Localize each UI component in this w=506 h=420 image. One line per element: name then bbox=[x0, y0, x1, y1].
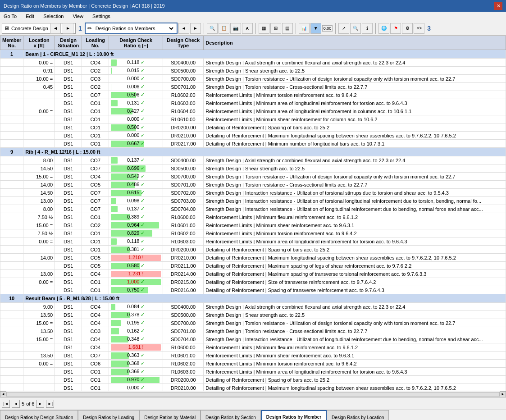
cell-ratio: 0.381 ✓ bbox=[109, 246, 163, 254]
menu-edit[interactable]: Edit bbox=[24, 13, 36, 20]
cell-location bbox=[23, 123, 55, 132]
cell-member bbox=[0, 360, 23, 368]
table-row[interactable]: 14.00 DS1 CO5 0.486 ✓ SD0701.00 Strength… bbox=[0, 181, 506, 189]
table-row[interactable]: 13.00 DS1 CO4 1.231 ! DR0214.00 Detailin… bbox=[0, 270, 506, 278]
tab-section[interactable]: Design Ratios by Section bbox=[201, 410, 261, 420]
table-row[interactable]: DS1 CO1 0.366 ✓ RL0603.00 Reinforcement … bbox=[0, 368, 506, 376]
copy-button[interactable]: 📋 bbox=[219, 23, 229, 34]
table-row[interactable]: DS1 CO1 0.750 ✓ DR0216.00 Detailing of R… bbox=[0, 286, 506, 294]
table-row[interactable]: 14.00 DS1 CO5 1.210 ! DR0210.00 Detailin… bbox=[0, 254, 506, 262]
table-row[interactable]: DS1 CO5 0.580 ✓ DR0211.00 Detailing of R… bbox=[0, 262, 506, 270]
camera-button[interactable]: 📷 bbox=[230, 23, 241, 34]
table-row[interactable]: 8.00 DS1 CO7 0.137 ✓ SD0704.00 Strength … bbox=[0, 205, 506, 213]
cell-loading: CO4 bbox=[82, 270, 109, 278]
table-row[interactable]: 0.45 DS1 CO2 0.006 ✓ SD0701.00 Strength … bbox=[0, 83, 506, 91]
cell-ratio: 1.231 ! bbox=[109, 270, 163, 278]
grid-button[interactable]: ⊞ bbox=[270, 23, 281, 34]
cell-location: 7.50 ½ bbox=[23, 229, 55, 237]
table-row[interactable]: 8.00 DS1 CO7 0.137 ✓ SD0400.00 Strength … bbox=[0, 156, 506, 164]
cell-description: Strength Design | Interaction resistance… bbox=[204, 197, 506, 205]
table-row[interactable]: DS1 CO1 0.131 ✓ RL0603.00 Reinforcement … bbox=[0, 99, 506, 107]
globe-button[interactable]: 🌐 bbox=[378, 23, 389, 34]
prev-view-button[interactable]: ◄ bbox=[50, 23, 61, 34]
tab-loading[interactable]: Design Ratios by Loading bbox=[78, 410, 139, 420]
table-row[interactable]: DS1 CO1 0.000 ✓ DR0210.00 Detailing of R… bbox=[0, 132, 506, 140]
table-row[interactable]: DS1 CO1 0.000 ✓ DR0210.00 Detailing of R… bbox=[0, 384, 506, 391]
table-row[interactable]: 13.50 DS1 CO3 0.162 ✓ SD0701.00 Strength… bbox=[0, 327, 506, 335]
next-record-button[interactable]: ► bbox=[36, 400, 44, 408]
table-row[interactable]: 10.00 = DS1 CO3 0.000 ✓ SD0700.00 Streng… bbox=[0, 75, 506, 83]
cell-member bbox=[0, 189, 23, 197]
menu-view[interactable]: View bbox=[71, 13, 85, 20]
table-row[interactable]: 15.00 = DS1 CO4 0.542 ✓ SD0700.00 Streng… bbox=[0, 173, 506, 181]
cell-ratio: 0.084 ✓ bbox=[109, 303, 163, 311]
scroll-right-button[interactable]: ► bbox=[500, 391, 506, 397]
next-page-button[interactable]: ► bbox=[190, 23, 201, 34]
tab-material[interactable]: Design Ratios by Material bbox=[139, 410, 201, 420]
table-row[interactable]: DS1 CO7 0.506 ✓ RL0602.00 Reinforcement … bbox=[0, 91, 506, 99]
table-row[interactable]: 14.50 DS1 CO7 0.696 ✓ SD0500.00 Strength… bbox=[0, 164, 506, 173]
table-row[interactable]: 0.00 = DS1 CO6 0.368 ✓ RL0602.00 Reinfor… bbox=[0, 360, 506, 368]
table-row[interactable]: 15.00 = DS1 CO2 0.964 ✓ RL0601.00 Reinfo… bbox=[0, 221, 506, 229]
cell-location: 0.00 = bbox=[23, 278, 55, 286]
table-row[interactable]: DS1 CO1 0.000 ✓ RL0610.00 Reinforcement … bbox=[0, 115, 506, 123]
table-row[interactable]: 0.00 = DS1 CO1 1.000 ✓ DR0215.00 Detaili… bbox=[0, 278, 506, 286]
table-row[interactable]: 7.50 ½ DS1 CO1 0.829 ✓ RL0602.00 Reinfor… bbox=[0, 229, 506, 237]
table-row[interactable]: DS1 CO1 0.500 ✓ DR0200.00 Detailing of R… bbox=[0, 123, 506, 132]
table-row[interactable]: 13.50 DS1 CO7 0.363 ✓ RL0601.00 Reinforc… bbox=[0, 352, 506, 360]
tab-member[interactable]: Design Ratios by Member bbox=[261, 410, 327, 420]
main-view-dropdown[interactable]: Design Ratios on Members bbox=[94, 25, 175, 32]
cell-check-type: DR0200.00 bbox=[163, 246, 204, 254]
text-button[interactable]: A bbox=[242, 23, 253, 34]
search-button[interactable]: 🔍 bbox=[350, 23, 361, 34]
table-row[interactable]: 0.00 = DS1 CO1 0.427 ✓ RL0604.00 Reinfor… bbox=[0, 107, 506, 115]
table-row[interactable]: DS1 CO4 1.681 ! RL0600.00 Reinforcement … bbox=[0, 343, 506, 352]
table-row[interactable]: DS1 CO1 0.667 ✓ DR0217.00 Detailing of R… bbox=[0, 140, 506, 148]
filter-button[interactable]: ▼ bbox=[310, 23, 321, 34]
table-row[interactable]: DS1 CO1 0.381 ✓ DR0200.00 Detailing of R… bbox=[0, 246, 506, 254]
cell-location: 14.00 bbox=[23, 181, 55, 189]
menu-settings[interactable]: Settings bbox=[91, 13, 112, 20]
flag-button[interactable]: ⚑ bbox=[390, 23, 401, 34]
menu-selection[interactable]: Selection bbox=[41, 13, 65, 20]
cell-description: Reinforcement Limits | Minimum torsion r… bbox=[204, 91, 506, 99]
first-page-button[interactable]: |◄ bbox=[2, 400, 10, 408]
info-button[interactable]: ℹ bbox=[362, 23, 373, 34]
tab-location[interactable]: Design Ratios by Location bbox=[327, 410, 389, 420]
scroll-track[interactable] bbox=[6, 392, 500, 397]
arrow-button[interactable]: ↗ bbox=[338, 23, 349, 34]
cell-description: Detailing of Reinforcement | Spacing of … bbox=[204, 286, 506, 294]
prev-record-button[interactable]: ◄ bbox=[12, 400, 20, 408]
cell-check-type: SD0703.00 bbox=[163, 197, 204, 205]
table-row[interactable]: DS1 CO1 0.970 ✓ DR0200.00 Detailing of R… bbox=[0, 376, 506, 384]
more-button[interactable]: >> bbox=[414, 23, 424, 34]
table-row[interactable]: 0.00 = DS1 CO1 0.118 ✓ RL0603.00 Reinfor… bbox=[0, 237, 506, 246]
table-row[interactable]: 13.00 DS1 CO7 0.098 ✓ SD0703.00 Strength… bbox=[0, 197, 506, 205]
next-view-button[interactable]: ► bbox=[63, 23, 73, 34]
table-row[interactable]: 0.91 DS1 CO2 0.015 ✓ SD0500.00 Strength … bbox=[0, 67, 506, 75]
cell-check-type: SD0400.00 bbox=[163, 303, 204, 311]
menu-goto[interactable]: Go To bbox=[2, 13, 18, 20]
last-page-button[interactable]: ►| bbox=[46, 400, 54, 408]
horizontal-scrollbar[interactable]: ◄ ► bbox=[0, 391, 506, 397]
cell-design-sit: DS1 bbox=[55, 83, 82, 91]
settings-button[interactable]: ⚙ bbox=[402, 23, 413, 34]
chart-button[interactable]: 📊 bbox=[299, 23, 310, 34]
cell-location bbox=[23, 91, 55, 99]
table-row[interactable]: 15.00 = DS1 CO4 0.195 ✓ SD0700.00 Streng… bbox=[0, 319, 506, 327]
close-button[interactable]: ✕ bbox=[494, 2, 502, 10]
table-row[interactable]: 13.50 DS1 CO4 0.378 ✓ SD0500.00 Strength… bbox=[0, 311, 506, 319]
zoom-button[interactable]: 🔍 bbox=[207, 23, 218, 34]
table-row[interactable]: 15.00 = DS1 CO4 0.348 ✓ SD0704.00 Streng… bbox=[0, 335, 506, 343]
cell-design-sit: DS1 bbox=[55, 319, 82, 327]
tab-design-situation[interactable]: Design Ratios by Design Situation bbox=[0, 410, 78, 420]
table-row[interactable]: 9.00 DS1 CO4 0.084 ✓ SD0400.00 Strength … bbox=[0, 303, 506, 311]
cell-description: Detailing of Reinforcement | Maximum spa… bbox=[204, 270, 506, 278]
scroll-left-button[interactable]: ◄ bbox=[0, 391, 6, 397]
table-row[interactable]: 7.50 ½ DS1 CO1 0.389 ✓ RL0600.00 Reinfor… bbox=[0, 213, 506, 221]
table-row[interactable]: 0.00 = DS1 CO4 0.118 ✓ SD0400.00 Strengt… bbox=[0, 59, 506, 67]
table-button[interactable]: ▦ bbox=[259, 23, 269, 34]
col-button[interactable]: ▤ bbox=[282, 23, 293, 34]
table-row[interactable]: 14.50 DS1 CO7 0.615 ✓ SD0702.00 Strength… bbox=[0, 189, 506, 197]
prev-page-button[interactable]: ◄ bbox=[178, 23, 189, 34]
